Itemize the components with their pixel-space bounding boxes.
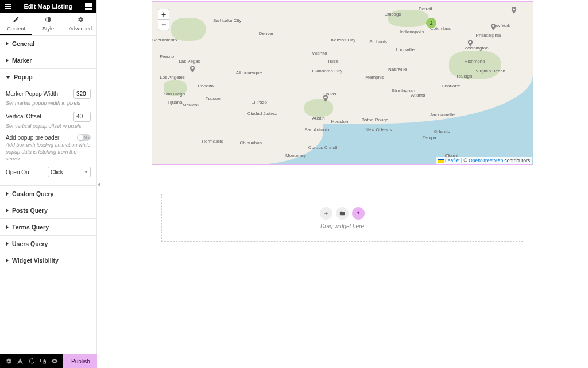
- add-widget-button[interactable]: [320, 207, 332, 220]
- sidebar-header: Edit Map Listing: [0, 0, 96, 13]
- map-marker[interactable]: [489, 23, 497, 31]
- zoom-out-button[interactable]: −: [158, 20, 169, 30]
- contrast-icon: [45, 16, 52, 23]
- editor-canvas: Salt Lake City Denver Kansas City St. Lo…: [97, 0, 588, 368]
- popup-preloader-help: Add box with loading animation while pop…: [6, 142, 91, 162]
- bottom-bar: Publish: [0, 354, 96, 368]
- dropzone-text: Drag widget here: [320, 223, 364, 229]
- map-marker[interactable]: [510, 6, 518, 14]
- chevron-down-icon: [84, 171, 88, 173]
- popup-preloader-toggle[interactable]: No: [77, 134, 91, 141]
- caret-right-icon: [6, 191, 9, 196]
- popup-openon-select[interactable]: Click: [48, 167, 91, 177]
- section-general: General: [0, 36, 96, 52]
- section-widget-visibility-header[interactable]: Widget Visibility: [0, 252, 96, 269]
- city-label: Orlando: [434, 129, 450, 134]
- svg-point-8: [513, 9, 515, 11]
- section-terms-query: Terms Query: [0, 219, 96, 236]
- flag-icon: [438, 159, 444, 163]
- caret-right-icon: [6, 208, 9, 213]
- template-button[interactable]: [336, 207, 349, 220]
- caret-right-icon: [6, 225, 9, 229]
- history-icon[interactable]: [28, 357, 36, 365]
- section-users-query-header[interactable]: Users Query: [0, 236, 96, 252]
- section-popup-header[interactable]: Popup: [0, 69, 96, 85]
- popup-width-label: Marker Popup Width: [6, 91, 58, 97]
- tab-advanced[interactable]: Advanced: [64, 13, 96, 35]
- section-terms-query-header[interactable]: Terms Query: [0, 219, 96, 235]
- tab-content-label: Content: [7, 26, 25, 32]
- editor-sidebar: Edit Map Listing Content Style Advanced …: [0, 0, 97, 368]
- caret-right-icon: [6, 41, 9, 46]
- caret-down-icon: [6, 76, 10, 79]
- tab-content[interactable]: Content: [0, 13, 32, 35]
- map-marker[interactable]: [188, 65, 196, 73]
- editor-tabs: Content Style Advanced: [0, 13, 96, 36]
- city-label: Tampa: [423, 135, 436, 140]
- zoom-in-button[interactable]: +: [158, 9, 169, 20]
- panel-body: General Marker Popup Marker Popup Width …: [0, 36, 96, 354]
- section-marker-header[interactable]: Marker: [0, 52, 96, 68]
- popup-preloader-label: Add popup preloader: [6, 135, 59, 141]
- caret-right-icon: [6, 241, 9, 246]
- caret-right-icon: [6, 258, 9, 263]
- zoom-control: + −: [158, 9, 169, 30]
- popup-openon-label: Open On: [6, 169, 29, 175]
- section-posts-query-header[interactable]: Posts Query: [0, 202, 96, 218]
- tab-style-label: Style: [42, 26, 54, 32]
- section-general-header[interactable]: General: [0, 36, 96, 52]
- pencil-icon: [13, 16, 20, 23]
- svg-point-6: [469, 41, 471, 44]
- publish-button[interactable]: Publish: [63, 354, 98, 368]
- section-custom-query-header[interactable]: Custom Query: [0, 186, 96, 202]
- map-marker[interactable]: [322, 94, 330, 102]
- popup-offset-input[interactable]: [74, 112, 91, 122]
- popup-offset-help: Set vertical popup offset in pixels: [6, 123, 91, 130]
- popup-width-help: Set marker popup width in pixels: [6, 100, 91, 107]
- tab-style[interactable]: Style: [32, 13, 64, 35]
- svg-point-3: [191, 67, 194, 70]
- widgets-icon[interactable]: [85, 3, 92, 10]
- caret-right-icon: [6, 58, 9, 63]
- section-posts-query: Posts Query: [0, 202, 96, 219]
- settings-icon[interactable]: [5, 357, 13, 365]
- panel-title: Edit Map Listing: [11, 3, 85, 10]
- section-popup: Popup Marker Popup Width Set marker popu…: [0, 69, 96, 186]
- preview-icon[interactable]: [51, 357, 59, 365]
- map-attribution: Leaflet | © OpenStreetMap contributors: [436, 157, 532, 164]
- popup-offset-label: Vertical Offset: [6, 113, 41, 120]
- osm-link[interactable]: OpenStreetMap: [469, 158, 503, 163]
- map-widget[interactable]: Salt Lake City Denver Kansas City St. Lo…: [152, 1, 533, 165]
- gear-icon: [77, 16, 84, 23]
- section-users-query: Users Query: [0, 236, 96, 252]
- svg-point-7: [492, 25, 494, 27]
- section-custom-query: Custom Query: [0, 186, 96, 202]
- svg-point-4: [324, 97, 327, 99]
- responsive-icon[interactable]: [39, 357, 47, 365]
- map-marker[interactable]: [466, 39, 474, 47]
- city-label: New Orleans: [365, 127, 392, 132]
- map-tiles[interactable]: Salt Lake City Denver Kansas City St. Lo…: [152, 2, 533, 164]
- ai-button[interactable]: [352, 207, 365, 220]
- menu-icon[interactable]: [5, 3, 11, 10]
- leaflet-link[interactable]: Leaflet: [445, 158, 460, 163]
- navigator-icon[interactable]: [16, 357, 24, 365]
- tab-advanced-label: Advanced: [69, 26, 92, 32]
- section-widget-visibility: Widget Visibility: [0, 252, 96, 269]
- widget-dropzone[interactable]: Drag widget here: [161, 194, 523, 242]
- collapse-sidebar-handle[interactable]: [97, 182, 100, 187]
- section-marker: Marker: [0, 52, 96, 69]
- popup-width-input[interactable]: [74, 89, 91, 99]
